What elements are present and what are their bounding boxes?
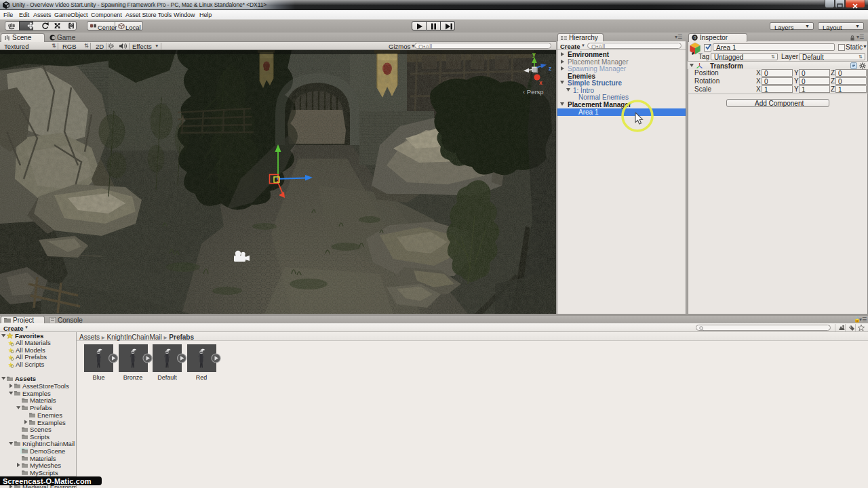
svg-text:Favorites: Favorites [15,332,43,340]
svg-text:y: y [532,51,536,58]
svg-text:All Models: All Models [16,346,45,354]
svg-text:All Prefabs: All Prefabs [16,353,47,361]
svg-text:Examples: Examples [22,390,51,397]
svg-text:0: 0 [694,35,696,40]
svg-text:All Materials: All Materials [16,339,51,346]
svg-text:x: x [539,79,542,86]
svg-text:Scenes: Scenes [30,426,52,433]
svg-text:Examples: Examples [37,419,66,426]
svg-text:All Scripts: All Scripts [16,361,44,368]
svg-text:Materials: Materials [30,455,56,462]
svg-text:Enemies: Enemies [37,411,62,419]
svg-text:Materials: Materials [30,396,56,404]
svg-text:‹ Persp: ‹ Persp [523,88,544,96]
svg-text:Assets: Assets [15,375,36,382]
svg-text:MyMeshes: MyMeshes [30,462,61,469]
svg-text:MyScripts: MyScripts [30,469,58,476]
svg-text:Prefabs: Prefabs [30,404,52,411]
svg-text:KnightInChainMail: KnightInChainMail [22,440,75,447]
svg-text:AssetStoreTools: AssetStoreTools [22,382,69,390]
svg-text:z: z [549,65,551,72]
svg-text:DemoScene: DemoScene [30,447,65,455]
